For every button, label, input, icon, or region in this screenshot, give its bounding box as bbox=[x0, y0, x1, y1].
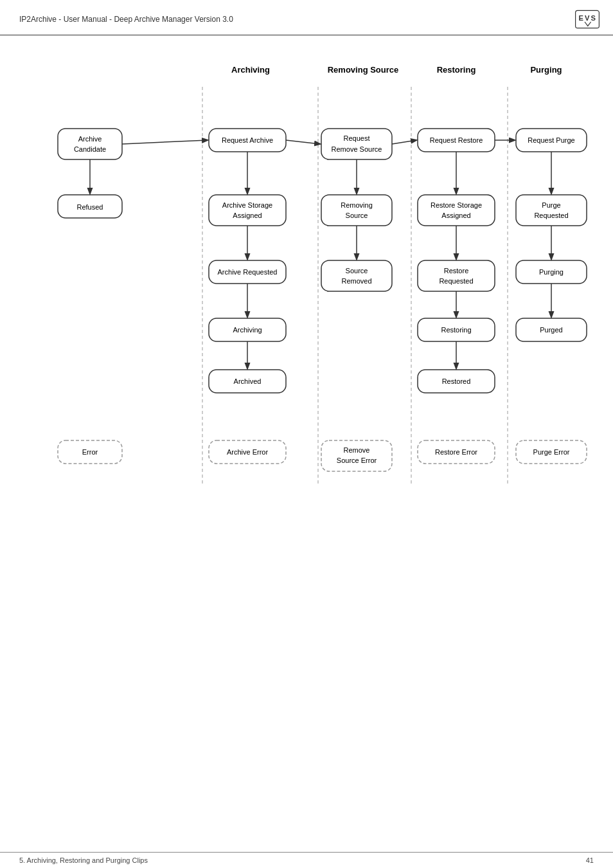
svg-text:Restore Error: Restore Error bbox=[435, 448, 477, 456]
svg-text:Archive Error: Archive Error bbox=[227, 448, 269, 456]
svg-rect-32 bbox=[418, 195, 495, 226]
svg-text:Purging: Purging bbox=[530, 65, 562, 75]
svg-text:Refused: Refused bbox=[77, 203, 103, 211]
svg-text:Archiving: Archiving bbox=[233, 326, 262, 334]
svg-text:Assigned: Assigned bbox=[233, 212, 262, 219]
svg-text:Restored: Restored bbox=[442, 377, 471, 385]
svg-text:Restoring: Restoring bbox=[441, 326, 471, 334]
svg-text:S: S bbox=[591, 14, 596, 22]
svg-text:Archive: Archive bbox=[78, 135, 102, 143]
footer-right: 41 bbox=[586, 856, 594, 864]
diagram-area: Archiving Removing Source Restoring Purg… bbox=[0, 35, 613, 511]
svg-rect-43 bbox=[418, 260, 495, 291]
svg-text:Candidate: Candidate bbox=[74, 145, 106, 153]
svg-text:Assigned: Assigned bbox=[441, 212, 470, 219]
svg-text:Request Restore: Request Restore bbox=[430, 136, 483, 144]
svg-text:Request: Request bbox=[344, 134, 370, 142]
svg-rect-40 bbox=[321, 260, 392, 291]
svg-text:Archived: Archived bbox=[234, 377, 262, 385]
document-title: IP2Archive - User Manual - Deep Archive … bbox=[19, 15, 233, 24]
svg-text:Error: Error bbox=[82, 448, 98, 456]
svg-text:Requested: Requested bbox=[534, 212, 568, 219]
svg-line-69 bbox=[122, 140, 208, 144]
svg-text:Restoring: Restoring bbox=[437, 65, 476, 75]
svg-text:Archiving: Archiving bbox=[231, 65, 270, 75]
svg-text:Request Purge: Request Purge bbox=[528, 136, 574, 144]
svg-text:Request Archive: Request Archive bbox=[222, 136, 273, 144]
svg-text:Purge: Purge bbox=[542, 201, 560, 209]
svg-text:Requested: Requested bbox=[439, 277, 473, 285]
svg-rect-62 bbox=[321, 440, 392, 471]
svg-text:Removing Source: Removing Source bbox=[328, 65, 399, 75]
svg-rect-26 bbox=[209, 195, 286, 226]
svg-line-82 bbox=[392, 140, 416, 144]
svg-text:Remove: Remove bbox=[344, 446, 370, 454]
svg-text:Remove Source: Remove Source bbox=[332, 145, 382, 153]
svg-line-75 bbox=[286, 140, 320, 144]
svg-text:V: V bbox=[585, 14, 590, 22]
svg-rect-19 bbox=[321, 129, 392, 159]
svg-text:Source: Source bbox=[346, 212, 368, 219]
footer-left: 5. Archiving, Restoring and Purging Clip… bbox=[19, 856, 148, 864]
state-diagram: Archiving Removing Source Restoring Purg… bbox=[19, 48, 598, 511]
svg-text:Purged: Purged bbox=[540, 326, 562, 334]
svg-text:Purge Error: Purge Error bbox=[533, 448, 570, 456]
svg-text:Source: Source bbox=[346, 267, 368, 275]
evs-logo: E V S bbox=[574, 9, 600, 30]
svg-text:Source Error: Source Error bbox=[337, 457, 377, 464]
svg-text:Archive Requested: Archive Requested bbox=[218, 268, 278, 276]
svg-text:Removed: Removed bbox=[341, 277, 371, 285]
svg-text:Purging: Purging bbox=[539, 268, 564, 276]
svg-text:Restore Storage: Restore Storage bbox=[431, 201, 482, 209]
svg-rect-29 bbox=[321, 195, 392, 226]
svg-rect-12 bbox=[58, 129, 122, 159]
svg-text:E: E bbox=[578, 14, 583, 22]
svg-rect-35 bbox=[516, 195, 587, 226]
page-header: IP2Archive - User Manual - Deep Archive … bbox=[0, 0, 613, 35]
svg-text:Restore: Restore bbox=[444, 267, 469, 275]
svg-text:Removing: Removing bbox=[341, 201, 373, 209]
svg-text:Archive Storage: Archive Storage bbox=[222, 201, 272, 209]
